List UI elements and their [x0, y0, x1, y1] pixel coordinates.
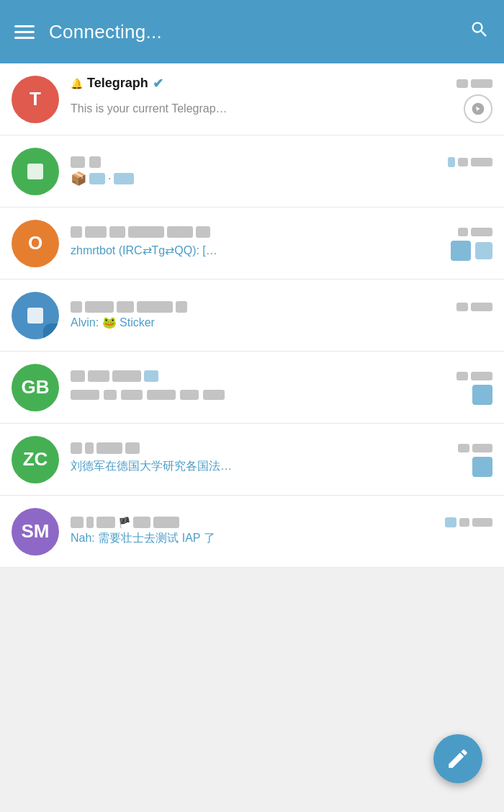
chat-time — [456, 79, 492, 88]
chat-content: 🏴 Nah: 需要壮士去测试 IAP 了 — [71, 517, 492, 546]
chat-content — [71, 370, 492, 405]
forward-icon — [464, 94, 492, 123]
compose-button[interactable] — [433, 734, 482, 783]
list-item[interactable]: GB — [0, 352, 504, 424]
topbar-title: Connecting... — [49, 21, 162, 43]
chat-content: 🔔 Telegraph ✔ This is your current Teleg… — [71, 76, 492, 123]
chat-time — [445, 517, 492, 527]
chat-content: 刘德军在德国大学研究各国法… — [71, 442, 492, 477]
topbar: Connecting... — [0, 0, 504, 63]
avatar: SM — [12, 508, 59, 556]
search-button[interactable] — [469, 19, 490, 45]
list-item[interactable]: SM 🏴 Nah: 需要壮士去测试 IAP 了 — [0, 496, 504, 568]
list-item[interactable]: 📦 · — [0, 135, 504, 208]
chat-time — [456, 303, 492, 311]
chat-preview: 刘德军在德国大学研究各国法… — [71, 459, 232, 474]
chat-time — [448, 157, 492, 167]
avatar: T — [12, 76, 59, 123]
avatar: O — [12, 220, 59, 267]
list-item[interactable]: O zhmrtbot (IRC⇄Tg⇄QQ): [… — [0, 208, 504, 280]
avatar — [12, 148, 59, 195]
chat-time — [458, 228, 492, 236]
chat-preview: Nah: 需要壮士去测试 IAP 了 — [71, 531, 492, 546]
chat-list: T 🔔 Telegraph ✔ This is your current Tel… — [0, 63, 504, 568]
chat-preview: This is your current Telegrap… — [71, 102, 228, 115]
verified-icon: ✔ — [153, 76, 163, 92]
chat-content: Alvin: 🐸 Sticker — [71, 301, 492, 329]
mute-icon: 🔔 — [71, 78, 83, 89]
chat-preview: 📦 · — [71, 171, 492, 187]
list-item[interactable]: Alvin: 🐸 Sticker — [0, 280, 504, 352]
avatar: GB — [12, 364, 59, 411]
chat-content: 📦 · — [71, 156, 492, 187]
chat-time — [458, 444, 492, 452]
avatar — [12, 292, 59, 339]
chat-content: zhmrtbot (IRC⇄Tg⇄QQ): [… — [71, 226, 492, 261]
chat-name-text: Telegraph — [87, 76, 148, 91]
list-item[interactable]: ZC 刘德军在德国大学研究各国法… — [0, 424, 504, 496]
menu-button[interactable] — [14, 25, 35, 39]
chat-preview: zhmrtbot (IRC⇄Tg⇄QQ): [… — [71, 244, 217, 257]
avatar: ZC — [12, 436, 59, 483]
chat-preview: Alvin: 🐸 Sticker — [71, 316, 492, 329]
chat-time — [456, 372, 492, 380]
list-item[interactable]: T 🔔 Telegraph ✔ This is your current Tel… — [0, 63, 504, 135]
